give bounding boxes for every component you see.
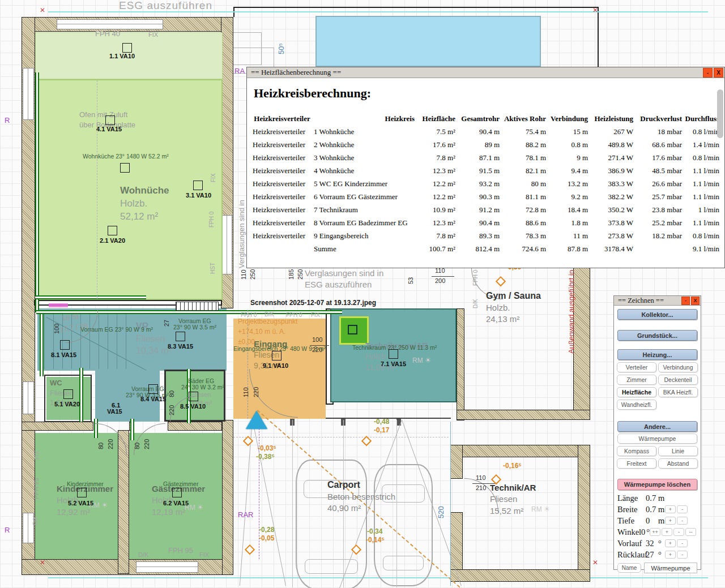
plan-annotation: 8.3 VA15 xyxy=(168,343,193,350)
cell xyxy=(251,242,313,255)
stepper-button[interactable]: - xyxy=(677,539,688,547)
tool-button[interactable]: Deckenteil xyxy=(658,375,698,385)
plan-annotation: -0,14⁵ xyxy=(366,537,385,544)
plan-annotation: -0,38⁵ xyxy=(256,453,275,461)
stepper-button[interactable]: + xyxy=(662,528,672,536)
heating-component-icon xyxy=(389,349,398,359)
heizkreis-table: HeizkreisverteilerHeizkreisHeizflächeGes… xyxy=(251,112,720,255)
cell: 3178.4 W xyxy=(589,242,634,255)
field-value: 0.7 xyxy=(646,493,658,503)
cell-gesamtrohr: 90.4 m xyxy=(457,125,501,138)
close-icon[interactable]: X xyxy=(714,68,723,78)
stepper-button[interactable]: + xyxy=(665,539,676,547)
field-row: Tiefe0m+- xyxy=(614,515,701,526)
scrollbar-thumb[interactable] xyxy=(717,89,723,138)
waermepumpe-button[interactable]: Wärmepumpe xyxy=(617,434,697,444)
cell-heizleistung: 271.4 W xyxy=(589,151,634,164)
stepper-button[interactable]: - xyxy=(677,517,688,525)
name-button[interactable]: Name xyxy=(617,563,641,573)
tool-button[interactable]: Zimmer xyxy=(617,375,656,385)
stepper-button[interactable]: - xyxy=(677,505,688,513)
tool-button[interactable]: Verteiler xyxy=(617,362,656,372)
minimize-button[interactable]: - xyxy=(681,297,690,305)
name-input[interactable]: Wärmepumpe xyxy=(644,563,697,573)
interior-wall xyxy=(168,422,222,431)
cell-verteiler: Heizkreisverteiler xyxy=(251,125,313,138)
cell-druckverlust: 18.2 mbar xyxy=(634,229,683,242)
cell-verbindung: 9.4 m xyxy=(547,164,589,177)
pool[interactable] xyxy=(315,16,541,67)
cell-verbindung: 15 m xyxy=(547,125,589,138)
field-value: 27 xyxy=(646,550,658,560)
cell-heizleistung: 489.8 W xyxy=(589,138,634,151)
plan-annotation: -0,28 xyxy=(259,526,274,534)
cad-canvas[interactable]: Wohnüche Holzb. 52,12 m² VR Fliesen 10,3… xyxy=(0,0,725,588)
panel-titlebar[interactable]: == Zeichnen == - X xyxy=(614,296,701,306)
cell-heizkreis: 7 Technikraum xyxy=(313,203,416,216)
waermepumpe-loeschen-button[interactable]: Wärmepumpe löschen xyxy=(617,479,697,490)
cell-heizkreis: 8 Vorraum EG Badezimmer EG xyxy=(313,216,416,229)
heizung-tools: VerteilerVerbindungZimmerDeckenteilHeizf… xyxy=(614,360,701,412)
cell-heizleistung: 267 W xyxy=(589,125,634,138)
stepper-button[interactable]: + xyxy=(665,505,676,513)
tool-button[interactable]: Freitext xyxy=(617,458,656,469)
dashed-line xyxy=(233,437,449,437)
table-row: Heizkreisverteiler 6 Vorraum EG Gästezim… xyxy=(251,190,720,203)
stepper-button[interactable]: - xyxy=(677,551,688,559)
stepper-button[interactable]: -- xyxy=(685,528,696,536)
tool-button[interactable]: Heizfläche xyxy=(617,387,656,397)
plan-annotation: FPH 95 xyxy=(168,547,193,555)
cell-verteiler: Heizkreisverteiler xyxy=(251,216,313,229)
plan-annotation: 200 xyxy=(435,277,445,284)
tool-button[interactable]: Abstand xyxy=(658,458,698,469)
cell-durchfluss: 1 l/min xyxy=(683,203,720,216)
field-value: 0 xyxy=(641,527,646,537)
selected-verteiler[interactable] xyxy=(339,316,369,345)
cell-heizflaeche: 12.3 m² xyxy=(416,216,457,229)
level-marker-icon xyxy=(245,544,255,555)
heizung-button[interactable]: Heizung... xyxy=(617,349,697,360)
cell-heizflaeche: 12.2 m² xyxy=(416,190,457,203)
plan-annotation: D/K xyxy=(138,551,148,558)
minimize-button[interactable]: - xyxy=(703,68,713,78)
tool-button[interactable]: Linie xyxy=(658,446,698,456)
kollektor-button[interactable]: Kollektor... xyxy=(617,309,697,320)
dialog-heading: Heizkreisberechnung: xyxy=(254,86,724,101)
cell-durchfluss: 1.1 l/min xyxy=(683,190,720,203)
plan-annotation: ESG auszuführen xyxy=(305,280,372,290)
wall xyxy=(578,445,590,582)
grundstueck-button[interactable]: Grundstück... xyxy=(617,330,697,341)
tool-button[interactable]: Kompass xyxy=(617,446,656,456)
cell-aktives-rohr: 88.2 m xyxy=(501,138,547,151)
stepper-button[interactable]: + xyxy=(665,551,676,559)
column-header: Durchfluss xyxy=(683,112,720,125)
field-row: Breite0.7m+- xyxy=(614,504,701,515)
cell-heizleistung: 273.8 W xyxy=(589,229,634,242)
heating-component-icon xyxy=(60,340,70,350)
stepper-button[interactable]: + xyxy=(665,517,676,525)
cell-gesamtrohr: 93.2 m xyxy=(457,177,501,190)
dialog-titlebar[interactable]: == Heizflächenberechnung == - X xyxy=(247,67,724,78)
cell-aktives-rohr: 78.3 m xyxy=(501,229,547,242)
plan-annotation: FIX xyxy=(34,450,40,460)
heizkreisverteiler-icon[interactable] xyxy=(176,302,219,311)
stepper-button[interactable]: - xyxy=(673,528,684,536)
table-row: Heizkreisverteiler 1 Wohnküche 7.5 m² 90… xyxy=(251,125,720,138)
cell-druckverlust: 68.6 mbar xyxy=(634,138,683,151)
tool-button[interactable]: BKA Heizfl. xyxy=(658,387,698,397)
plan-annotation: Gästezimmer xyxy=(163,481,198,488)
plan-annotation: 210 xyxy=(476,484,486,491)
stepper-button[interactable]: ++ xyxy=(650,528,660,536)
column-header: Heizkreisverteiler xyxy=(251,112,313,125)
close-icon[interactable]: X xyxy=(691,297,700,305)
tool-button[interactable]: Verbindung xyxy=(658,362,698,372)
carport-gridline xyxy=(292,420,293,587)
cell-aktives-rohr: 75.4 m xyxy=(501,125,547,138)
terrace-outline-top xyxy=(233,7,599,8)
andere-button[interactable]: Andere... xyxy=(617,421,697,432)
tool-button[interactable]: Wandheizfl. xyxy=(617,400,656,410)
plan-annotation: 8.5 VA10 xyxy=(180,403,206,410)
heating-component-icon xyxy=(272,351,282,360)
field-row: Winkel0°+++--- xyxy=(614,526,701,538)
window xyxy=(23,68,34,120)
